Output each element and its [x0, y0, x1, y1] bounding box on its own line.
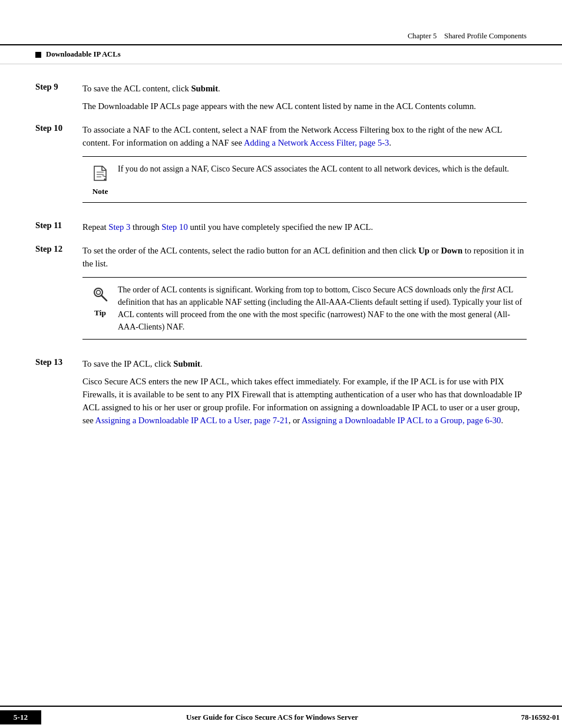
tip-icon-area: Tip: [82, 284, 118, 317]
note-pencil-icon: [91, 164, 110, 186]
assign-user-link[interactable]: Assigning a Downloadable IP ACL to a Use…: [95, 416, 289, 425]
footer-page-number: 5-12: [0, 710, 41, 724]
step-10-main: To associate a NAF to the ACL content, s…: [82, 123, 527, 149]
step3-link[interactable]: Step 3: [108, 222, 130, 232]
header-right: Chapter 5 Shared Profile Components: [408, 32, 527, 41]
main-content: Step 9 To save the ACL content, click Su…: [0, 82, 562, 427]
tip-block: Tip The order of ACL contents is signifi…: [82, 277, 527, 340]
note-text: If you do not assign a NAF, Cisco Secure…: [118, 163, 527, 175]
step-9-main: To save the ACL content, click Submit.: [82, 82, 527, 95]
header-chapter: Chapter 5: [408, 32, 437, 40]
footer-doc-number: 78-16592-01: [503, 713, 562, 722]
step-12-label: Step 12: [35, 244, 82, 254]
step-13: Step 13 To save the IP ACL, click Submit…: [35, 357, 527, 427]
step-9-content: To save the ACL content, click Submit. T…: [82, 82, 527, 113]
step10-link[interactable]: Step 10: [161, 222, 187, 232]
page: Chapter 5 Shared Profile Components Down…: [0, 0, 562, 728]
step-9: Step 9 To save the ACL content, click Su…: [35, 82, 527, 113]
svg-point-1: [97, 291, 101, 295]
step-10: Step 10 To associate a NAF to the ACL co…: [35, 123, 527, 210]
section-bullet-icon: [35, 52, 41, 58]
step-9-continuation: The Downloadable IP ACLs page appears wi…: [82, 100, 527, 113]
note-block: Note If you do not assign a NAF, Cisco S…: [82, 156, 527, 203]
step-13-continuation: Cisco Secure ACS enters the new IP ACL, …: [82, 375, 527, 427]
section-header: Downloadable IP ACLs: [0, 45, 562, 64]
section-header-title: Downloadable IP ACLs: [46, 50, 121, 59]
tip-label: Tip: [94, 308, 106, 318]
tip-text: The order of ACL contents is significant…: [118, 284, 527, 333]
assign-group-link[interactable]: Assigning a Downloadable IP ACL to a Gro…: [302, 416, 501, 425]
step-13-content: To save the IP ACL, click Submit. Cisco …: [82, 357, 527, 427]
note-label: Note: [92, 187, 108, 196]
page-header: Chapter 5 Shared Profile Components: [0, 0, 562, 45]
step-10-content: To associate a NAF to the ACL content, s…: [82, 123, 527, 210]
step-11: Step 11 Repeat Step 3 through Step 10 un…: [35, 220, 527, 233]
step-12: Step 12 To set the order of the ACL cont…: [35, 244, 527, 347]
note-icon-area: Note: [82, 163, 118, 196]
step-9-label: Step 9: [35, 82, 82, 92]
step-11-label: Step 11: [35, 220, 82, 230]
step-11-main: Repeat Step 3 through Step 10 until you …: [82, 220, 527, 233]
step-12-content: To set the order of the ACL contents, se…: [82, 244, 527, 347]
page-footer: 5-12 User Guide for Cisco Secure ACS for…: [0, 706, 562, 728]
step-10-label: Step 10: [35, 123, 82, 133]
svg-line-2: [101, 295, 107, 301]
step-12-main: To set the order of the ACL contents, se…: [82, 244, 527, 270]
step-13-main: To save the IP ACL, click Submit.: [82, 357, 527, 370]
footer-title: User Guide for Cisco Secure ACS for Wind…: [41, 713, 503, 722]
step-11-content: Repeat Step 3 through Step 10 until you …: [82, 220, 527, 233]
naf-link[interactable]: Adding a Network Access Filter, page 5-3: [244, 138, 389, 147]
header-section: Shared Profile Components: [444, 32, 527, 40]
tip-key-icon: [91, 285, 110, 307]
step-13-label: Step 13: [35, 357, 82, 367]
